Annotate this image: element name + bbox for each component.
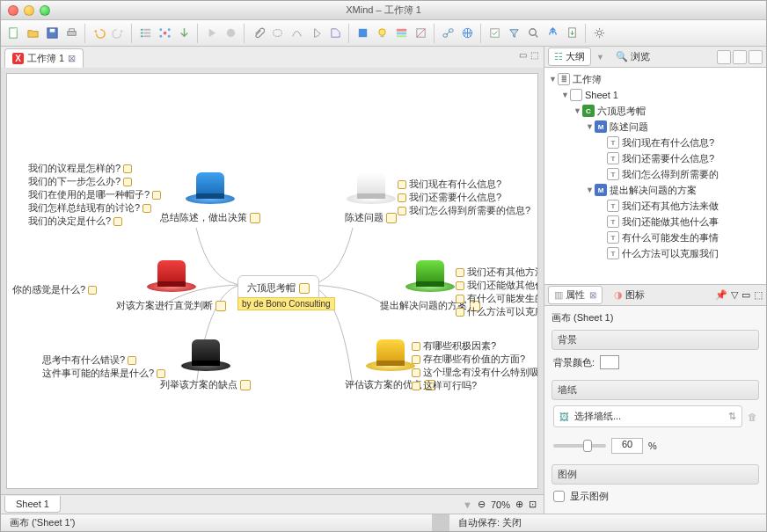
- svg-rect-7: [140, 35, 142, 37]
- minimize-view-icon[interactable]: ▭: [519, 50, 527, 60]
- svg-rect-4: [69, 29, 74, 32]
- svg-point-11: [163, 32, 166, 35]
- export-icon[interactable]: [563, 25, 581, 42]
- close-tab-icon[interactable]: ⊠: [68, 53, 76, 64]
- svg-point-31: [597, 31, 602, 35]
- share-icon[interactable]: [544, 25, 561, 42]
- search-tb-icon[interactable]: [524, 25, 542, 42]
- svg-rect-6: [140, 33, 142, 34]
- relationship-icon[interactable]: [288, 25, 305, 42]
- style-icon[interactable]: [412, 25, 429, 42]
- note-icon: [240, 380, 251, 390]
- xmind-file-icon: X: [12, 53, 24, 64]
- markers-tab[interactable]: ◑图标: [608, 286, 651, 304]
- svg-rect-0: [9, 28, 16, 38]
- section-background: 背景: [552, 330, 759, 350]
- note-icon: [386, 213, 397, 223]
- show-legend-checkbox[interactable]: [553, 491, 565, 502]
- play-icon[interactable]: [202, 25, 220, 42]
- opacity-slider[interactable]: [553, 444, 606, 448]
- side-action2-icon[interactable]: [733, 50, 747, 64]
- restore-icon[interactable]: ▭: [741, 289, 750, 301]
- subtopics-red: 你的感觉是什么?: [12, 283, 97, 296]
- open-icon[interactable]: [24, 25, 41, 42]
- note-icon: [215, 301, 226, 311]
- svg-rect-18: [358, 29, 366, 37]
- bgcolor-swatch[interactable]: [600, 355, 619, 369]
- save-icon[interactable]: [43, 25, 61, 42]
- outline-tree[interactable]: ▼≣工作簿 ▼▦Sheet 1 ▼C六顶思考帽 ▼M陈述问题 T我们现在有什么信…: [544, 68, 766, 284]
- settings-icon[interactable]: [590, 25, 608, 42]
- properties-tab[interactable]: ▥属性⊠: [548, 286, 603, 304]
- svg-rect-22: [396, 33, 405, 35]
- side-action1-icon[interactable]: [717, 50, 731, 64]
- zoom-level: 70%: [491, 499, 510, 510]
- topic-red[interactable]: 对该方案进行直觉判断: [111, 259, 231, 314]
- zoom-out-icon[interactable]: ⊖: [478, 499, 486, 510]
- pin-icon[interactable]: 📌: [715, 289, 727, 301]
- svg-point-15: [167, 35, 170, 38]
- show-legend-label: 显示图例: [570, 490, 609, 503]
- svg-rect-10: [143, 35, 150, 37]
- drill-icon[interactable]: [175, 25, 193, 42]
- brainstorm-icon[interactable]: [222, 25, 239, 42]
- topic-blue[interactable]: 总结陈述，做出决策: [155, 171, 266, 226]
- delete-wallpaper-icon[interactable]: 🗑: [748, 412, 757, 422]
- idea-icon[interactable]: [373, 25, 391, 42]
- main-toolbar: [1, 20, 766, 47]
- svg-rect-3: [67, 32, 75, 36]
- summary-icon[interactable]: [307, 25, 325, 42]
- outline-mode-icon[interactable]: [136, 25, 154, 42]
- maximize-view-icon[interactable]: ⬚: [530, 50, 538, 60]
- mindmap-canvas[interactable]: 六顶思考帽 by de Bono Consulting 总结陈述，做出决策 我们…: [6, 73, 538, 489]
- section-legend: 图例: [552, 464, 759, 485]
- svg-rect-17: [273, 30, 281, 37]
- filter-indicator-icon[interactable]: ▼: [463, 499, 472, 510]
- svg-rect-5: [140, 29, 142, 31]
- svg-rect-9: [143, 33, 150, 34]
- marker-blue-icon[interactable]: [354, 25, 371, 42]
- svg-rect-8: [143, 29, 150, 31]
- print-icon[interactable]: [62, 25, 80, 42]
- green-hat-icon: [405, 259, 455, 294]
- redo-icon[interactable]: [109, 25, 127, 42]
- opacity-value[interactable]: 60: [611, 438, 643, 454]
- topic-white[interactable]: 陈述问题: [340, 171, 402, 226]
- sheet-tab[interactable]: Sheet 1: [4, 496, 61, 513]
- svg-point-16: [226, 29, 234, 37]
- svg-rect-2: [49, 29, 55, 33]
- attachment-icon[interactable]: [249, 25, 267, 42]
- side-action3-icon[interactable]: [749, 50, 763, 64]
- browse-tab[interactable]: 🔍浏览: [610, 47, 656, 66]
- theme-icon[interactable]: [392, 25, 410, 42]
- svg-rect-26: [449, 29, 453, 33]
- note-icon: [299, 283, 310, 294]
- undo-icon[interactable]: [90, 25, 107, 42]
- map-mode-icon[interactable]: [156, 25, 173, 42]
- bgcolor-label: 背景颜色:: [553, 356, 595, 369]
- tab-menu-icon[interactable]: ▼: [596, 53, 604, 62]
- new-icon[interactable]: [4, 25, 22, 42]
- black-hat-icon: [181, 338, 230, 373]
- svg-point-19: [378, 29, 385, 36]
- svg-rect-28: [490, 29, 498, 37]
- web-icon[interactable]: [458, 25, 476, 42]
- note-icon: [250, 213, 260, 223]
- link-icon[interactable]: [439, 25, 457, 42]
- max-icon[interactable]: ⬚: [754, 289, 763, 301]
- filter-icon[interactable]: [505, 25, 522, 42]
- fit-icon[interactable]: ⊡: [529, 499, 537, 510]
- min-icon[interactable]: ▽: [731, 289, 738, 301]
- boundary-icon[interactable]: [268, 25, 286, 42]
- opacity-unit: %: [648, 441, 657, 451]
- topic-black[interactable]: 列举该方案的缺点: [155, 338, 256, 393]
- svg-point-29: [529, 29, 536, 36]
- svg-rect-25: [442, 33, 447, 37]
- task-icon[interactable]: [486, 25, 503, 42]
- label-icon[interactable]: [326, 25, 344, 42]
- workbook-tab[interactable]: X 工作簿 1 ⊠: [4, 48, 84, 68]
- outline-tab[interactable]: ☷大纲: [548, 47, 591, 66]
- stepper-icon: ⇅: [728, 411, 736, 422]
- choose-wallpaper-button[interactable]: 🖼 选择墙纸... ⇅: [553, 405, 742, 427]
- zoom-in-icon[interactable]: ⊕: [515, 499, 523, 510]
